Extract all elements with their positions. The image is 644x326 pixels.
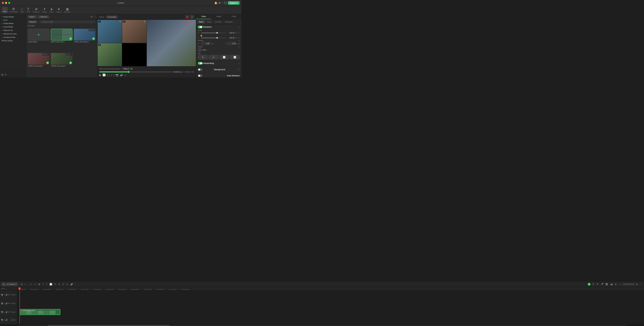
progress-bar[interactable]: [99, 71, 172, 72]
save-icon[interactable]: ⬛: [224, 1, 227, 4]
background-toggle[interactable]: [198, 68, 202, 71]
next-frame-button[interactable]: ⟩: [113, 73, 114, 76]
import-media-thumb[interactable]: + Import Media: [28, 29, 50, 52]
rotate-dial[interactable]: [198, 48, 202, 52]
tab-audio[interactable]: Audio: [211, 14, 226, 19]
sidebar-item-influence-kit[interactable]: ▸ Influence Kit: [0, 28, 26, 32]
subtab-basic[interactable]: Basic: [197, 20, 205, 23]
toolbar-effects[interactable]: ✦ Effects: [41, 7, 48, 13]
multicam-view-button[interactable]: ⊞: [185, 15, 189, 19]
sidebar-item-adjustment-layer[interactable]: ▸ Adjustment Layer: [0, 32, 26, 35]
filter-media-button[interactable]: ⚙: [90, 15, 92, 18]
compositing-diamond[interactable]: ◇: [238, 62, 240, 64]
fullscreen-button[interactable]: ⤢: [190, 15, 194, 19]
toolbar-titles[interactable]: T Titles: [25, 7, 31, 13]
flip-h-button[interactable]: ⇄: [209, 55, 218, 59]
scale-y-diamond[interactable]: ◇: [238, 37, 240, 39]
pos-x-input[interactable]: [201, 42, 210, 45]
scale-y-slider[interactable]: [201, 38, 226, 38]
out-point-button[interactable]: }: [109, 74, 110, 76]
fullscreen-ctrl-button[interactable]: ⤢: [124, 73, 126, 76]
sidebar-item-photos-library[interactable]: Photos Library: [0, 39, 26, 42]
toolbar-stock-media[interactable]: 🖥 Stock Media: [8, 7, 19, 13]
scale-x-slider[interactable]: [201, 33, 226, 33]
sidebar-folder[interactable]: Folder: [0, 18, 26, 22]
position-diamond[interactable]: ◇: [238, 40, 240, 41]
flip-btn3[interactable]: ⬜: [219, 55, 229, 59]
sidebar-item-compound-clip[interactable]: ▸ Compound Clip: [0, 35, 26, 39]
subtab-ai-tools[interactable]: AI Tools: [213, 20, 223, 23]
folder-icon[interactable]: ↻: [4, 73, 6, 76]
volume-button[interactable]: 🔊: [120, 73, 123, 76]
search-bar[interactable]: ⌕: [40, 20, 96, 23]
auto-enhance-toggle[interactable]: [198, 74, 202, 77]
tab-color[interactable]: Color: [226, 14, 242, 19]
in-point-button[interactable]: {: [107, 74, 108, 76]
record-button[interactable]: ● Record ▾: [38, 15, 49, 18]
toolbar-media[interactable]: ⬛ Media: [2, 7, 8, 13]
cam-number-3: 3: [98, 44, 101, 46]
sidebar-item-cloud-media[interactable]: ▸ Cloud Media: [0, 25, 26, 28]
clip1-thumb[interactable]: 00:00:10 ✓ 722866_Recording P...: [74, 29, 96, 52]
import-button[interactable]: Import ▾: [28, 15, 37, 18]
clip3-label: 722869_Recording P...: [51, 65, 72, 67]
flip-btn4[interactable]: ⬜: [230, 55, 240, 59]
default-view-button[interactable]: Default ▾: [28, 20, 37, 23]
toolbar-stickers[interactable]: ★ Stickers: [55, 7, 62, 13]
screenshot-button[interactable]: 📷: [116, 73, 119, 76]
cam-cell-1[interactable]: 1 📷: [98, 20, 122, 43]
clip1-check-icon: ✓: [92, 37, 95, 40]
main-preview[interactable]: [147, 20, 196, 66]
cam-cell-4[interactable]: [122, 43, 146, 66]
subtab-mask[interactable]: Mask: [205, 20, 213, 23]
clip3-thumb[interactable]: 00:00:17 ✓ 722869_Recording P...: [51, 53, 72, 76]
add-media-icon[interactable]: ⊞: [1, 73, 3, 76]
effects-icon: ✦: [44, 7, 46, 11]
pos-y-input[interactable]: [227, 42, 237, 45]
cam-cell-3[interactable]: 3: [98, 43, 122, 66]
toolbar-templates[interactable]: ▦ Templates: [63, 7, 72, 13]
compositing-toggle[interactable]: [198, 62, 202, 65]
sidebar-item-project-media[interactable]: ▾ Project Media: [0, 15, 26, 18]
stop-button[interactable]: ⬜: [102, 73, 106, 76]
clip2-thumb[interactable]: 00:00:13 ✓ 722868_Recording P...: [28, 53, 50, 76]
flip-v-button[interactable]: ⇅: [198, 55, 208, 59]
transform-diamond-icon[interactable]: ◇: [238, 26, 240, 28]
play-button[interactable]: ▶: [99, 73, 101, 76]
more-media-button[interactable]: ⋯: [94, 15, 96, 18]
settings-icon[interactable]: ⚙: [218, 1, 220, 4]
cam-icon-2: 📷: [144, 20, 146, 23]
background-header: Background ⓘ: [198, 68, 240, 71]
prev-frame-button[interactable]: ⟨: [111, 73, 112, 76]
subtab-animation[interactable]: Animation: [223, 20, 234, 23]
lock-icon: 🔒: [200, 34, 202, 37]
arrow-icon: ▸: [2, 29, 2, 31]
quality-button[interactable]: Full Quality: [106, 15, 118, 18]
sidebar-item-global-media[interactable]: ▸ Global Media: [0, 22, 26, 25]
share-icon[interactable]: ↑: [222, 1, 223, 4]
rotate-diamond[interactable]: ◇: [238, 46, 240, 48]
left-sidebar: ▾ Project Media Folder ▸ Global Media ▸ …: [0, 14, 26, 77]
preview-controls: Multi-Camera Audio Source Video 1 Video …: [98, 66, 196, 77]
maximize-button[interactable]: [8, 2, 10, 4]
search-input[interactable]: [42, 21, 94, 23]
plus-icon: +: [38, 32, 40, 37]
export-button[interactable]: Export ▾: [228, 1, 240, 5]
toolbar-transitions[interactable]: ⇄ Transitions: [32, 7, 41, 13]
toolbar-audio[interactable]: ♪ Audio: [19, 7, 25, 13]
scale-x-diamond[interactable]: ◇: [238, 32, 240, 34]
audio-source-select[interactable]: Video 1 Video 2 Video 3: [122, 67, 133, 70]
scale-x-unit: %: [236, 32, 238, 34]
notification-icon[interactable]: 🔔: [214, 1, 218, 4]
toolbar-filters[interactable]: ◈ Filters: [48, 7, 55, 13]
minimize-button[interactable]: [5, 2, 7, 4]
import-placeholder[interactable]: +: [28, 29, 50, 40]
background-info-icon[interactable]: ⓘ: [238, 68, 240, 71]
content-area: ▾ Project Media Folder ▸ Global Media ▸ …: [0, 14, 242, 77]
pos-x-label: X: [198, 42, 200, 44]
transform-toggle[interactable]: [198, 26, 202, 28]
cam-cell-2[interactable]: 2 📷: [122, 20, 146, 43]
multicam-clip-thumb[interactable]: ✓ Multi-Camera Clip 1: [51, 29, 72, 52]
close-button[interactable]: [2, 2, 4, 4]
tab-video[interactable]: Video: [196, 14, 211, 19]
